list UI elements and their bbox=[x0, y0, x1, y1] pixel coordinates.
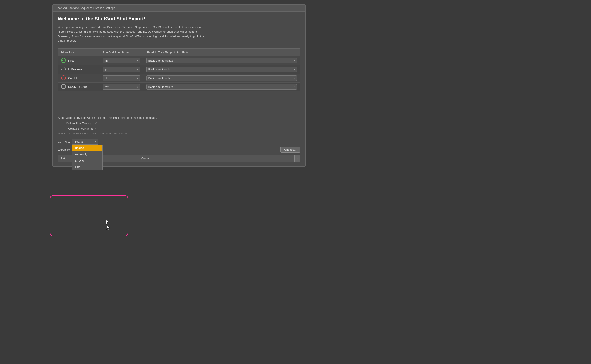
template-dropdown-cell[interactable]: Basic shot template ▾ bbox=[143, 56, 300, 65]
dialog-title: Welcome to the ShotGrid Shot Export! bbox=[58, 16, 300, 22]
ready-icon bbox=[61, 84, 66, 90]
empty-table-space bbox=[58, 91, 300, 113]
status-dropdown[interactable]: ip ▾ bbox=[103, 67, 140, 72]
export-path-value: { bbox=[81, 148, 279, 151]
template-dropdown-arrow-icon: ▾ bbox=[294, 77, 295, 79]
tags-table-container: Hiero Tags ShotGrid Shot Status ShotGrid… bbox=[58, 48, 300, 113]
status-value: hld bbox=[105, 77, 108, 80]
highlight-ring bbox=[50, 195, 128, 236]
status-dropdown-arrow-icon: ▾ bbox=[137, 77, 138, 79]
cut-type-arrow-icon: ▾ bbox=[95, 140, 96, 143]
template-dropdown-cell[interactable]: Basic shot template ▾ bbox=[143, 83, 300, 91]
on_hold-icon bbox=[61, 75, 66, 81]
tags-table: Hiero Tags ShotGrid Shot Status ShotGrid… bbox=[58, 49, 300, 91]
template-value: Basic shot template bbox=[148, 68, 173, 71]
cut-type-dropdown[interactable]: Boards ▾ bbox=[72, 139, 98, 144]
cut-type-option-director[interactable]: Director bbox=[72, 157, 102, 164]
final-icon bbox=[61, 58, 66, 63]
col-header-shot-status: ShotGrid Shot Status bbox=[100, 49, 143, 56]
dialog-titlebar: ShotGrid Shot and Sequence Creation Sett… bbox=[53, 5, 305, 12]
template-dropdown-cell[interactable]: Basic shot template ▾ bbox=[143, 74, 300, 83]
status-value: fin bbox=[105, 59, 108, 62]
status-dropdown-arrow-icon: ▾ bbox=[137, 86, 138, 88]
status-dropdown[interactable]: fin ▾ bbox=[103, 58, 140, 63]
choose-button[interactable]: Choose... bbox=[281, 147, 300, 153]
cut-type-label: Cut Type: bbox=[58, 140, 70, 143]
status-dropdown-arrow-icon: ▾ bbox=[137, 68, 138, 71]
template-value: Basic shot template bbox=[148, 59, 173, 62]
table-row: On Hold hld ▾ Basic shot template ▾ bbox=[58, 74, 300, 83]
svg-point-1 bbox=[61, 67, 66, 71]
cut-type-menu: Boards Assembly Director Final bbox=[72, 144, 103, 170]
template-dropdown-arrow-icon: ▾ bbox=[294, 86, 295, 88]
collate-timings-row: Collate Shot Timings: ✕ bbox=[58, 122, 300, 125]
no-tags-info: Shots without any tags will be assigned … bbox=[58, 116, 300, 119]
template-value: Basic shot template bbox=[148, 77, 173, 80]
template-dropdown[interactable]: Basic shot template ▾ bbox=[147, 58, 297, 63]
tag-label: On Hold bbox=[68, 77, 79, 80]
tag-icon-cell: In Progress bbox=[58, 65, 100, 74]
main-dialog: ShotGrid Shot and Sequence Creation Sett… bbox=[52, 4, 306, 167]
status-dropdown[interactable]: hld ▾ bbox=[103, 75, 140, 81]
table-row: Final fin ▾ Basic shot template ▾ bbox=[58, 56, 300, 65]
collate-timings-value: ✕ bbox=[94, 122, 97, 125]
template-dropdown-arrow-icon: ▾ bbox=[294, 59, 295, 62]
status-dropdown-cell[interactable]: ip ▾ bbox=[100, 65, 143, 74]
collate-name-row: Collate Shot Name: ✕ bbox=[58, 127, 300, 130]
cut-type-selected: Boards bbox=[74, 140, 83, 143]
tag-icon-cell: Ready To Start bbox=[58, 83, 100, 91]
template-value: Basic shot template bbox=[148, 85, 173, 89]
cut-type-option-final[interactable]: Final bbox=[72, 164, 102, 170]
template-dropdown[interactable]: Basic shot template ▾ bbox=[147, 75, 297, 81]
tag-label: Final bbox=[68, 59, 74, 62]
cut-type-row: Cut Type: Boards ▾ Boards Assembly Direc… bbox=[58, 139, 300, 144]
status-dropdown-cell[interactable]: fin ▾ bbox=[100, 56, 143, 65]
table-row: In Progress ip ▾ Basic shot template ▾ bbox=[58, 65, 300, 74]
dialog-description: When you are using the ShotGrid Shot Pro… bbox=[58, 25, 206, 43]
table-row: Ready To Start rdy ▾ Basic shot template… bbox=[58, 83, 300, 91]
collate-timings-label: Collate Shot Timings: bbox=[58, 122, 93, 125]
status-dropdown-arrow-icon: ▾ bbox=[137, 59, 138, 62]
status-value: ip bbox=[105, 68, 107, 71]
tag-icon-cell: Final bbox=[58, 56, 100, 65]
tag-label: In Progress bbox=[68, 68, 82, 71]
template-dropdown-cell[interactable]: Basic shot template ▾ bbox=[143, 65, 300, 74]
cut-type-section: Boards ▾ Boards Assembly Director Final bbox=[72, 139, 98, 144]
mouse-cursor bbox=[106, 220, 111, 231]
status-dropdown[interactable]: rdy ▾ bbox=[103, 84, 140, 90]
status-value: rdy bbox=[105, 85, 109, 89]
cut-type-option-boards[interactable]: Boards bbox=[72, 145, 102, 151]
collate-name-label: Collate Shot Name: bbox=[58, 127, 93, 130]
in_progress-icon bbox=[61, 67, 66, 72]
bottom-col-content: Content bbox=[139, 155, 294, 162]
template-dropdown[interactable]: Basic shot template ▾ bbox=[147, 67, 297, 72]
svg-point-4 bbox=[61, 84, 66, 89]
status-dropdown-cell[interactable]: rdy ▾ bbox=[100, 83, 143, 91]
collate-name-value: ✕ bbox=[94, 127, 97, 130]
tag-label: Ready To Start bbox=[68, 85, 87, 89]
template-dropdown[interactable]: Basic shot template ▾ bbox=[147, 84, 297, 90]
tag-icon-cell: On Hold bbox=[58, 74, 100, 83]
template-dropdown-arrow-icon: ▾ bbox=[294, 68, 295, 71]
col-header-hiero-tags: Hiero Tags bbox=[58, 49, 100, 56]
cut-type-option-assembly[interactable]: Assembly bbox=[72, 151, 102, 157]
up-arrow-button[interactable]: ▲ bbox=[294, 155, 300, 162]
status-dropdown-cell[interactable]: hld ▾ bbox=[100, 74, 143, 83]
collate-note: NOTE: Cuts in ShotGrid are only created … bbox=[58, 132, 300, 135]
titlebar-text: ShotGrid Shot and Sequence Creation Sett… bbox=[56, 6, 115, 10]
svg-point-0 bbox=[61, 58, 66, 63]
dialog-body: Welcome to the ShotGrid Shot Export! Whe… bbox=[53, 12, 305, 166]
col-header-task-template: ShotGrid Task Template for Shots bbox=[143, 49, 300, 56]
